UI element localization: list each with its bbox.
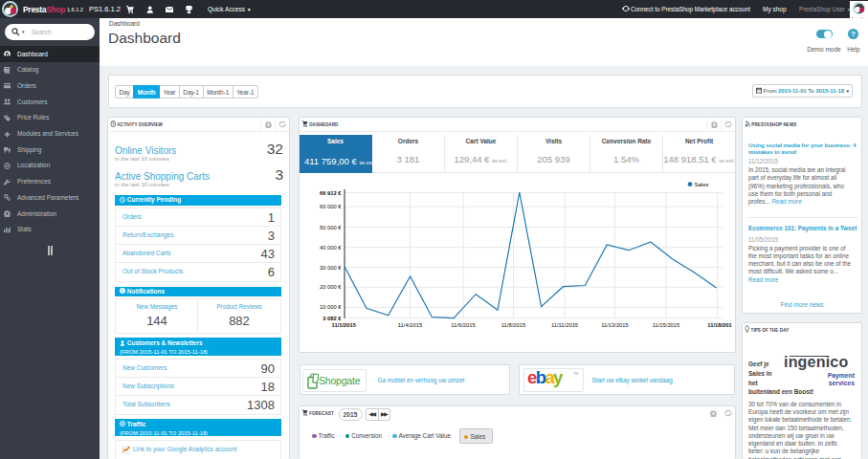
svg-text:66 912 €: 66 912 €	[320, 190, 342, 196]
svg-text:Sales: Sales	[695, 182, 709, 187]
svg-text:11/15/2015: 11/15/2015	[653, 322, 680, 328]
svg-text:11/6/2015: 11/6/2015	[451, 322, 475, 328]
svg-text:10 000 €: 10 000 €	[320, 304, 342, 310]
svg-text:20 000 €: 20 000 €	[320, 284, 342, 290]
svg-text:3 082 €: 3 082 €	[323, 316, 342, 321]
svg-text:60 000 €: 60 000 €	[320, 204, 342, 209]
svg-text:11/4/2015: 11/4/2015	[398, 322, 422, 328]
svg-text:11/11/2015: 11/11/2015	[551, 322, 578, 328]
svg-text:40 000 €: 40 000 €	[320, 245, 342, 251]
svg-text:11/18/201: 11/18/201	[707, 322, 732, 328]
svg-text:50 000 €: 50 000 €	[320, 225, 342, 230]
svg-text:30 000 €: 30 000 €	[320, 265, 342, 271]
svg-text:11/8/2015: 11/8/2015	[501, 322, 525, 328]
svg-text:11/1/2015: 11/1/2015	[332, 322, 357, 328]
svg-text:11/13/2015: 11/13/2015	[601, 322, 629, 328]
